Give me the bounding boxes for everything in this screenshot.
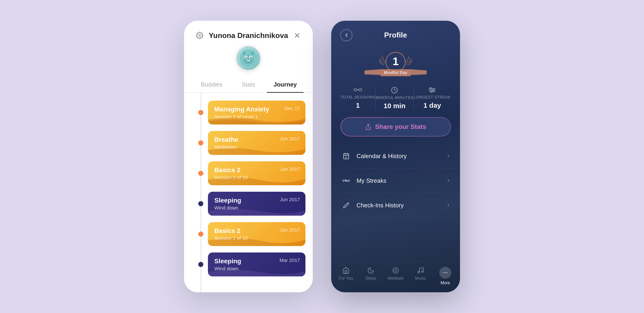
timeline-dot bbox=[198, 140, 203, 145]
svg-point-43 bbox=[443, 272, 444, 273]
svg-marker-16 bbox=[410, 69, 427, 75]
svg-point-28 bbox=[431, 91, 432, 93]
journey-item[interactable]: Dec 17 Managing Anxiety Session 1 of Lev… bbox=[184, 97, 313, 128]
menu-item-calendar[interactable]: 21 Calendar & History bbox=[336, 144, 456, 168]
stat-mindful-minutes: MINDFUL MINUTES 10 min bbox=[376, 87, 413, 110]
journey-item[interactable]: Jun 2017 Breathe Meditation bbox=[184, 128, 313, 158]
svg-point-35 bbox=[343, 180, 344, 182]
timeline-dot bbox=[198, 110, 203, 115]
share-label: Share your Stats bbox=[375, 123, 426, 131]
sliders-icon bbox=[428, 87, 436, 93]
svg-text:1: 1 bbox=[392, 55, 399, 68]
journey-item[interactable]: Jun 2017 Sleeping Wind down bbox=[184, 188, 313, 219]
stat-label-minutes: MINDFUL MINUTES bbox=[376, 96, 413, 100]
nav-label-foryou: For You bbox=[339, 276, 353, 281]
stat-label-streak: LONGEST STREAK bbox=[414, 95, 451, 100]
menu-item-checkins[interactable]: Check-Ins History bbox=[336, 193, 456, 218]
username: Yunona Dranichnikova bbox=[209, 31, 288, 40]
back-button[interactable] bbox=[340, 29, 352, 41]
nav-item-foryou[interactable]: For You bbox=[334, 267, 358, 285]
journey-card[interactable]: Mar 2017 Sleeping Wind down bbox=[208, 252, 306, 276]
journey-card[interactable]: Jun 2017 Basics 2 Session 1 of 10 bbox=[208, 222, 306, 246]
clock-icon bbox=[391, 87, 398, 94]
menu-items: 21 Calendar & History My Streaks bbox=[331, 144, 460, 262]
route-icon bbox=[340, 175, 352, 186]
card-subtitle: Session 1 of 10 bbox=[214, 235, 299, 241]
svg-line-20 bbox=[354, 89, 354, 90]
card-title: Basics 2 bbox=[214, 227, 299, 234]
pencil-icon bbox=[340, 200, 352, 211]
more-icon-circle bbox=[439, 267, 451, 279]
tab-journey[interactable]: Journey bbox=[267, 77, 304, 92]
stat-value-minutes: 10 min bbox=[384, 102, 406, 110]
card-title: Basics 2 bbox=[214, 166, 299, 174]
music-icon bbox=[417, 267, 424, 274]
card-title: Breathe bbox=[214, 136, 299, 143]
tab-stats[interactable]: Stats bbox=[230, 77, 267, 92]
stats-row: TOTAL SESSIONS 1 MINDFUL MINUTES 10 min … bbox=[331, 83, 460, 117]
share-stats-button[interactable]: Share your Stats bbox=[340, 117, 451, 136]
svg-point-41 bbox=[421, 271, 423, 272]
journey-item[interactable]: Jun 2017 Basics 2 Session 1 of 10 bbox=[184, 219, 313, 249]
badge-ribbon: 1 Mindful Day bbox=[364, 49, 427, 76]
card-title: Sleeping bbox=[214, 197, 299, 204]
meditate-icon bbox=[392, 267, 399, 274]
svg-line-21 bbox=[362, 89, 362, 90]
chevron-right-icon bbox=[446, 202, 451, 209]
card-subtitle: Meditation bbox=[214, 144, 299, 150]
nav-label-meditate: Meditate bbox=[388, 276, 404, 281]
chevron-right-icon bbox=[446, 177, 451, 184]
svg-point-27 bbox=[433, 89, 434, 91]
menu-label-streaks: My Streaks bbox=[356, 177, 446, 184]
stat-value-streak: 1 day bbox=[424, 102, 441, 109]
journey-card[interactable]: Jun 2017 Basics 2 Session 2 of 10 bbox=[208, 161, 306, 185]
card-title: Managing Anxiety bbox=[214, 106, 299, 113]
card-subtitle: Session 2 of 10 bbox=[214, 175, 299, 180]
menu-item-streaks[interactable]: My Streaks bbox=[336, 168, 456, 193]
svg-point-39 bbox=[395, 269, 396, 271]
svg-marker-15 bbox=[364, 69, 381, 75]
bottom-nav: For You Sleep Meditate Music bbox=[331, 262, 460, 292]
timeline-dot bbox=[198, 171, 203, 176]
share-icon bbox=[365, 124, 372, 130]
timeline-dot bbox=[198, 201, 203, 206]
home-icon bbox=[342, 267, 350, 274]
moon-icon bbox=[367, 267, 374, 274]
stat-label-sessions: TOTAL SESSIONS bbox=[340, 95, 375, 100]
svg-point-10 bbox=[251, 57, 252, 58]
nav-item-music[interactable]: Music bbox=[408, 267, 433, 285]
journey-card[interactable]: Jun 2017 Sleeping Wind down bbox=[208, 192, 306, 216]
close-icon[interactable] bbox=[292, 31, 302, 40]
svg-point-42 bbox=[445, 272, 446, 273]
svg-rect-18 bbox=[359, 89, 362, 91]
avatar-container bbox=[184, 46, 313, 71]
journey-item[interactable]: Mar 2017 Sleeping Wind down bbox=[184, 249, 313, 280]
svg-point-9 bbox=[246, 57, 247, 58]
nav-item-meditate[interactable]: Meditate bbox=[383, 267, 408, 285]
svg-point-36 bbox=[348, 180, 350, 182]
nav-item-sleep[interactable]: Sleep bbox=[358, 267, 383, 285]
tab-buddies[interactable]: Buddies bbox=[193, 77, 230, 92]
svg-text:21: 21 bbox=[345, 156, 347, 159]
journey-card[interactable]: Jun 2017 Breathe Meditation bbox=[208, 131, 306, 155]
left-phone-header: Yunona Dranichnikova bbox=[184, 21, 313, 46]
svg-point-0 bbox=[199, 35, 200, 36]
journey-card[interactable]: Dec 17 Managing Anxiety Session 1 of Lev… bbox=[208, 101, 306, 125]
journey-item[interactable]: Jun 2017 Basics 2 Session 2 of 10 bbox=[184, 158, 313, 188]
svg-point-26 bbox=[430, 88, 432, 89]
gear-icon[interactable] bbox=[195, 31, 204, 40]
svg-point-38 bbox=[393, 268, 398, 273]
svg-point-40 bbox=[418, 271, 420, 273]
badge-label: Mindful Day bbox=[381, 69, 410, 76]
svg-point-44 bbox=[446, 272, 447, 273]
svg-rect-17 bbox=[354, 89, 357, 91]
nav-label-sleep: Sleep bbox=[366, 276, 376, 281]
card-subtitle: Wind down bbox=[214, 266, 299, 271]
ribbon-right bbox=[410, 69, 427, 76]
profile-header: Profile bbox=[331, 21, 460, 44]
glasses-icon bbox=[354, 87, 362, 93]
profile-title: Profile bbox=[384, 31, 407, 39]
menu-label-checkins: Check-Ins History bbox=[356, 202, 446, 209]
nav-item-more[interactable]: More bbox=[433, 267, 458, 285]
stat-longest-streak: LONGEST STREAK 1 day bbox=[414, 87, 451, 110]
